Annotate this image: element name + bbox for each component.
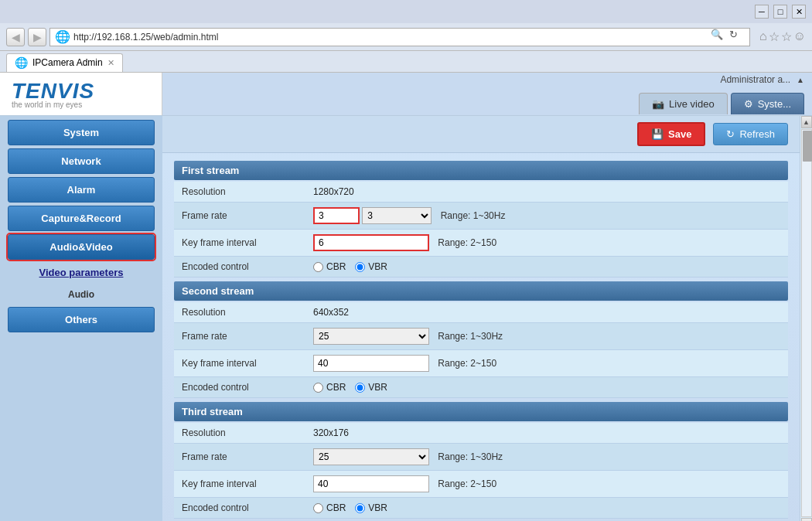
second-encoded-group: CBR VBR (313, 382, 780, 393)
gear-icon: ⚙ (744, 98, 753, 110)
second-framerate-label: Frame rate (174, 323, 305, 350)
second-resolution-row: Resolution 640x352 (174, 302, 788, 323)
refresh-label: Refresh (739, 128, 775, 140)
scroll-track[interactable] (801, 129, 812, 517)
third-keyframe-cell: Range: 2~150 (305, 471, 788, 498)
first-stream-table: Resolution 1280x720 Frame rate 3 (174, 182, 788, 278)
search-icon[interactable]: 🔍 (711, 29, 726, 46)
second-stream-table: Resolution 640x352 Frame rate 25 30 (174, 302, 788, 398)
window-controls: ─ □ ✕ (755, 5, 806, 19)
address-bar[interactable]: 🌐 http://192.168.1.25/web/admin.html 🔍 ↻ (49, 28, 750, 46)
vertical-scrollbar[interactable]: ▲ ▼ (800, 116, 812, 521)
browser-icon: 🌐 (55, 29, 70, 44)
third-resolution-row: Resolution 320x176 (174, 423, 788, 444)
nav-menu: System Network Alarm Capture&Record Audi… (0, 116, 162, 336)
first-framerate-cell: 3 5 10 15 25 30 Range: 1~30Hz (305, 203, 788, 230)
browser-tab[interactable]: 🌐 IPCamera Admin ✕ (6, 53, 123, 72)
third-encoded-row: Encoded control CBR VBR (174, 498, 788, 519)
star2-icon[interactable]: ☆ (781, 29, 792, 44)
first-framerate-range: Range: 1~30Hz (441, 210, 506, 221)
first-cbr-label[interactable]: CBR (313, 261, 346, 272)
nav-bar: ◀ ▶ 🌐 http://192.168.1.25/web/admin.html… (0, 23, 812, 51)
first-vbr-radio[interactable] (355, 262, 365, 272)
second-vbr-text: VBR (368, 382, 387, 393)
third-resolution-label: Resolution (174, 423, 305, 444)
sidebar: System Network Alarm Capture&Record Audi… (0, 116, 162, 521)
sidebar-item-system[interactable]: System (8, 120, 155, 145)
third-cbr-label[interactable]: CBR (313, 502, 346, 513)
third-framerate-select[interactable]: 25 30 15 10 (313, 448, 429, 465)
third-encoded-group: CBR VBR (313, 502, 780, 513)
tab-close-button[interactable]: ✕ (107, 58, 114, 68)
main-container: System Network Alarm Capture&Record Audi… (0, 116, 812, 521)
forward-button[interactable]: ▶ (28, 28, 46, 46)
back-button[interactable]: ◀ (6, 28, 25, 46)
content-area: 💾 Save ↻ Refresh First stream Resolution (162, 116, 800, 521)
third-cbr-radio[interactable] (313, 503, 323, 513)
third-keyframe-label: Key frame interval (174, 471, 305, 498)
second-keyframe-row: Key frame interval Range: 2~150 (174, 350, 788, 377)
toolbar: 💾 Save ↻ Refresh (162, 116, 800, 153)
sidebar-item-alarm[interactable]: Alarm (8, 177, 155, 203)
first-vbr-label[interactable]: VBR (355, 261, 387, 272)
second-keyframe-label: Key frame interval (174, 350, 305, 377)
first-framerate-row: Frame rate 3 5 10 15 25 30 (174, 203, 788, 230)
tab-system[interactable]: ⚙ Syste... (731, 93, 804, 114)
sidebar-item-video-parameters[interactable]: Video parameters (8, 263, 155, 282)
third-framerate-cell: 25 30 15 10 Range: 1~30Hz (305, 444, 788, 471)
close-button[interactable]: ✕ (792, 5, 806, 19)
scroll-thumb[interactable] (803, 131, 812, 162)
third-stream-table: Resolution 320x176 Frame rate 25 30 (174, 423, 788, 519)
home-icon[interactable]: ⌂ (759, 29, 767, 44)
scroll-up-arrow[interactable]: ▲ (801, 116, 812, 128)
first-framerate-input[interactable] (313, 207, 360, 224)
scroll-down-arrow[interactable]: ▼ (801, 518, 812, 521)
third-keyframe-input[interactable] (313, 475, 429, 492)
second-cbr-radio[interactable] (313, 383, 323, 393)
sidebar-item-network[interactable]: Network (8, 148, 155, 174)
smile-icon[interactable]: ☺ (793, 29, 806, 44)
save-button[interactable]: 💾 Save (637, 122, 705, 146)
header-right: Administrator a... ▲ 📷 Live video ⚙ Syst… (162, 73, 812, 115)
star-icon[interactable]: ☆ (769, 29, 780, 44)
first-encoded-cell: CBR VBR (305, 257, 788, 278)
first-keyframe-label: Key frame interval (174, 230, 305, 257)
first-keyframe-cell: Range: 2~150 (305, 230, 788, 257)
refresh-button[interactable]: ↻ Refresh (713, 123, 788, 145)
third-vbr-radio[interactable] (355, 503, 365, 513)
first-cbr-radio[interactable] (313, 262, 323, 272)
third-keyframe-range: Range: 2~150 (438, 478, 496, 489)
second-framerate-row: Frame rate 25 30 15 10 Range: 1~30Hz (174, 323, 788, 350)
first-vbr-text: VBR (368, 261, 387, 272)
third-encoded-cell: CBR VBR (305, 498, 788, 519)
third-stream-header: Third stream (174, 402, 788, 421)
logo-subtitle: the world in my eyes (12, 100, 150, 109)
first-keyframe-range: Range: 2~150 (438, 237, 496, 248)
page-refresh-icon[interactable]: ↻ (729, 29, 745, 46)
scroll-up-icon: ▲ (797, 76, 804, 84)
second-framerate-range: Range: 1~30Hz (438, 331, 503, 342)
content-tabs: 📷 Live video ⚙ Syste... (162, 87, 812, 114)
second-cbr-label[interactable]: CBR (313, 382, 346, 393)
third-vbr-label[interactable]: VBR (355, 502, 387, 513)
minimize-button[interactable]: ─ (755, 5, 769, 19)
admin-label: Administrator a... (720, 74, 790, 85)
tab-live-video[interactable]: 📷 Live video (639, 93, 728, 114)
first-framerate-select[interactable]: 3 5 10 15 25 30 (362, 207, 432, 224)
tab-favicon: 🌐 (15, 56, 28, 69)
second-keyframe-input[interactable] (313, 355, 429, 372)
third-resolution-text: 320x176 (313, 427, 349, 438)
first-cbr-text: CBR (326, 261, 346, 272)
second-vbr-radio[interactable] (355, 383, 365, 393)
second-vbr-label[interactable]: VBR (355, 382, 387, 393)
sidebar-item-capture[interactable]: Capture&Record (8, 206, 155, 231)
sidebar-item-audio[interactable]: Audio (8, 285, 155, 304)
second-framerate-select[interactable]: 25 30 15 10 (313, 328, 429, 345)
first-keyframe-input[interactable] (313, 234, 429, 251)
sidebar-item-others[interactable]: Others (8, 307, 155, 332)
second-encoded-label: Encoded control (174, 377, 305, 398)
sidebar-item-audiovideo[interactable]: Audio&Video (8, 234, 155, 260)
first-resolution-value: 1280x720 (305, 182, 788, 203)
third-framerate-row: Frame rate 25 30 15 10 Range: 1~30Hz (174, 444, 788, 471)
restore-button[interactable]: □ (773, 5, 787, 19)
